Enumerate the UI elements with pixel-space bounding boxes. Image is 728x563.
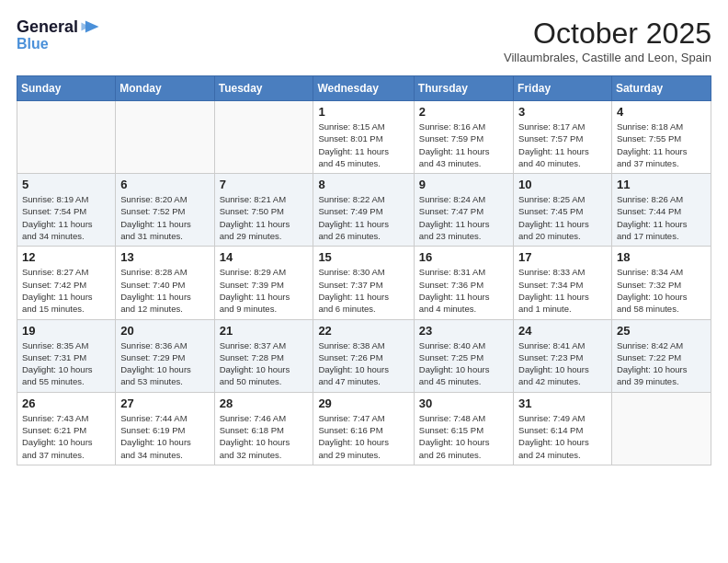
day-number: 28	[220, 396, 309, 410]
month-title: October 2025	[504, 17, 711, 51]
calendar-week-3: 12Sunrise: 8:27 AM Sunset: 7:42 PM Dayli…	[17, 247, 711, 319]
calendar-cell: 10Sunrise: 8:25 AM Sunset: 7:45 PM Dayli…	[514, 174, 612, 247]
day-number: 18	[617, 250, 706, 264]
day-info: Sunrise: 8:34 AM Sunset: 7:32 PM Dayligh…	[617, 266, 706, 315]
calendar-cell: 30Sunrise: 7:48 AM Sunset: 6:15 PM Dayli…	[414, 392, 513, 465]
day-number: 19	[22, 324, 110, 338]
day-number: 4	[617, 105, 706, 119]
day-number: 9	[419, 178, 508, 191]
day-info: Sunrise: 8:20 AM Sunset: 7:52 PM Dayligh…	[120, 193, 209, 242]
calendar-cell: 13Sunrise: 8:28 AM Sunset: 7:40 PM Dayli…	[116, 247, 214, 319]
day-info: Sunrise: 8:38 AM Sunset: 7:26 PM Dayligh…	[318, 339, 408, 388]
day-number: 8	[318, 178, 408, 191]
calendar-week-4: 19Sunrise: 8:35 AM Sunset: 7:31 PM Dayli…	[17, 319, 711, 392]
calendar-cell: 8Sunrise: 8:22 AM Sunset: 7:49 PM Daylig…	[313, 174, 414, 247]
calendar-cell: 17Sunrise: 8:33 AM Sunset: 7:34 PM Dayli…	[514, 247, 612, 319]
day-info: Sunrise: 8:16 AM Sunset: 7:59 PM Dayligh…	[419, 121, 508, 169]
day-number: 24	[518, 324, 607, 338]
day-number: 2	[419, 105, 508, 119]
day-info: Sunrise: 8:22 AM Sunset: 7:49 PM Dayligh…	[318, 193, 408, 242]
calendar-cell	[214, 101, 313, 174]
day-number: 25	[617, 324, 706, 338]
day-info: Sunrise: 7:46 AM Sunset: 6:18 PM Dayligh…	[220, 412, 309, 461]
calendar-cell: 22Sunrise: 8:38 AM Sunset: 7:26 PM Dayli…	[313, 319, 414, 392]
day-number: 3	[518, 105, 607, 119]
day-number: 6	[120, 178, 209, 191]
day-info: Sunrise: 7:44 AM Sunset: 6:19 PM Dayligh…	[120, 412, 209, 461]
logo: General Blue	[17, 17, 100, 52]
calendar-cell: 9Sunrise: 8:24 AM Sunset: 7:47 PM Daylig…	[414, 174, 513, 247]
day-info: Sunrise: 8:29 AM Sunset: 7:39 PM Dayligh…	[220, 266, 309, 315]
day-info: Sunrise: 8:24 AM Sunset: 7:47 PM Dayligh…	[419, 193, 508, 242]
location: Villaumbrales, Castille and Leon, Spain	[504, 51, 711, 64]
calendar-cell	[17, 101, 116, 174]
calendar-week-1: 1Sunrise: 8:15 AM Sunset: 8:01 PM Daylig…	[17, 101, 711, 174]
day-info: Sunrise: 8:25 AM Sunset: 7:45 PM Dayligh…	[518, 193, 607, 242]
calendar-cell: 29Sunrise: 7:47 AM Sunset: 6:16 PM Dayli…	[313, 392, 414, 465]
day-info: Sunrise: 8:40 AM Sunset: 7:25 PM Dayligh…	[419, 339, 508, 388]
day-info: Sunrise: 8:26 AM Sunset: 7:44 PM Dayligh…	[617, 193, 706, 242]
day-number: 5	[22, 178, 110, 191]
day-number: 1	[318, 105, 408, 119]
day-number: 15	[318, 250, 408, 264]
day-info: Sunrise: 8:19 AM Sunset: 7:54 PM Dayligh…	[22, 193, 110, 242]
calendar-cell: 6Sunrise: 8:20 AM Sunset: 7:52 PM Daylig…	[116, 174, 214, 247]
day-info: Sunrise: 8:21 AM Sunset: 7:50 PM Dayligh…	[220, 193, 309, 242]
calendar-cell: 24Sunrise: 8:41 AM Sunset: 7:23 PM Dayli…	[514, 319, 612, 392]
calendar-cell	[611, 392, 711, 465]
day-info: Sunrise: 8:33 AM Sunset: 7:34 PM Dayligh…	[518, 266, 607, 315]
day-number: 29	[318, 396, 408, 410]
calendar-week-2: 5Sunrise: 8:19 AM Sunset: 7:54 PM Daylig…	[17, 174, 711, 247]
day-info: Sunrise: 8:31 AM Sunset: 7:36 PM Dayligh…	[419, 266, 508, 315]
calendar-cell: 26Sunrise: 7:43 AM Sunset: 6:21 PM Dayli…	[17, 392, 116, 465]
calendar-cell: 31Sunrise: 7:49 AM Sunset: 6:14 PM Dayli…	[514, 392, 612, 465]
day-number: 16	[419, 250, 508, 264]
logo-blue: Blue	[17, 37, 100, 52]
calendar-cell: 7Sunrise: 8:21 AM Sunset: 7:50 PM Daylig…	[214, 174, 313, 247]
day-number: 27	[120, 396, 209, 410]
calendar-cell: 23Sunrise: 8:40 AM Sunset: 7:25 PM Dayli…	[414, 319, 513, 392]
weekday-saturday: Saturday	[611, 76, 711, 101]
weekday-monday: Monday	[116, 76, 214, 101]
day-info: Sunrise: 8:35 AM Sunset: 7:31 PM Dayligh…	[22, 339, 110, 388]
day-info: Sunrise: 8:30 AM Sunset: 7:37 PM Dayligh…	[318, 266, 408, 315]
calendar-cell: 19Sunrise: 8:35 AM Sunset: 7:31 PM Dayli…	[17, 319, 116, 392]
day-number: 13	[120, 250, 209, 264]
day-number: 17	[518, 250, 607, 264]
calendar-cell: 28Sunrise: 7:46 AM Sunset: 6:18 PM Dayli…	[214, 392, 313, 465]
day-info: Sunrise: 8:15 AM Sunset: 8:01 PM Dayligh…	[318, 121, 408, 169]
day-info: Sunrise: 7:47 AM Sunset: 6:16 PM Dayligh…	[318, 412, 408, 461]
day-number: 21	[220, 324, 309, 338]
day-number: 22	[318, 324, 408, 338]
page: General Blue October 2025 Villaumbrales,…	[0, 0, 728, 563]
calendar-cell: 18Sunrise: 8:34 AM Sunset: 7:32 PM Dayli…	[611, 247, 711, 319]
day-number: 14	[220, 250, 309, 264]
logo-text: General	[17, 18, 78, 35]
day-number: 30	[419, 396, 508, 410]
day-number: 12	[22, 250, 110, 264]
day-number: 11	[617, 178, 706, 191]
title-block: October 2025 Villaumbrales, Castille and…	[504, 17, 711, 64]
weekday-friday: Friday	[514, 76, 612, 101]
calendar-week-5: 26Sunrise: 7:43 AM Sunset: 6:21 PM Dayli…	[17, 392, 711, 465]
day-info: Sunrise: 7:49 AM Sunset: 6:14 PM Dayligh…	[518, 412, 607, 461]
calendar-cell: 11Sunrise: 8:26 AM Sunset: 7:44 PM Dayli…	[611, 174, 711, 247]
calendar-cell	[116, 101, 214, 174]
weekday-wednesday: Wednesday	[313, 76, 414, 101]
calendar: SundayMondayTuesdayWednesdayThursdayFrid…	[17, 75, 711, 465]
day-info: Sunrise: 8:42 AM Sunset: 7:22 PM Dayligh…	[617, 339, 706, 388]
calendar-cell: 20Sunrise: 8:36 AM Sunset: 7:29 PM Dayli…	[116, 319, 214, 392]
day-info: Sunrise: 8:28 AM Sunset: 7:40 PM Dayligh…	[120, 266, 209, 315]
calendar-cell: 25Sunrise: 8:42 AM Sunset: 7:22 PM Dayli…	[611, 319, 711, 392]
day-info: Sunrise: 8:18 AM Sunset: 7:55 PM Dayligh…	[617, 121, 706, 169]
day-info: Sunrise: 8:27 AM Sunset: 7:42 PM Dayligh…	[22, 266, 110, 315]
day-info: Sunrise: 7:43 AM Sunset: 6:21 PM Dayligh…	[22, 412, 110, 461]
calendar-cell: 4Sunrise: 8:18 AM Sunset: 7:55 PM Daylig…	[611, 101, 711, 174]
logo-icon	[80, 17, 100, 37]
calendar-cell: 21Sunrise: 8:37 AM Sunset: 7:28 PM Dayli…	[214, 319, 313, 392]
weekday-thursday: Thursday	[414, 76, 513, 101]
calendar-cell: 16Sunrise: 8:31 AM Sunset: 7:36 PM Dayli…	[414, 247, 513, 319]
day-info: Sunrise: 8:41 AM Sunset: 7:23 PM Dayligh…	[518, 339, 607, 388]
day-number: 20	[120, 324, 209, 338]
calendar-cell: 3Sunrise: 8:17 AM Sunset: 7:57 PM Daylig…	[514, 101, 612, 174]
